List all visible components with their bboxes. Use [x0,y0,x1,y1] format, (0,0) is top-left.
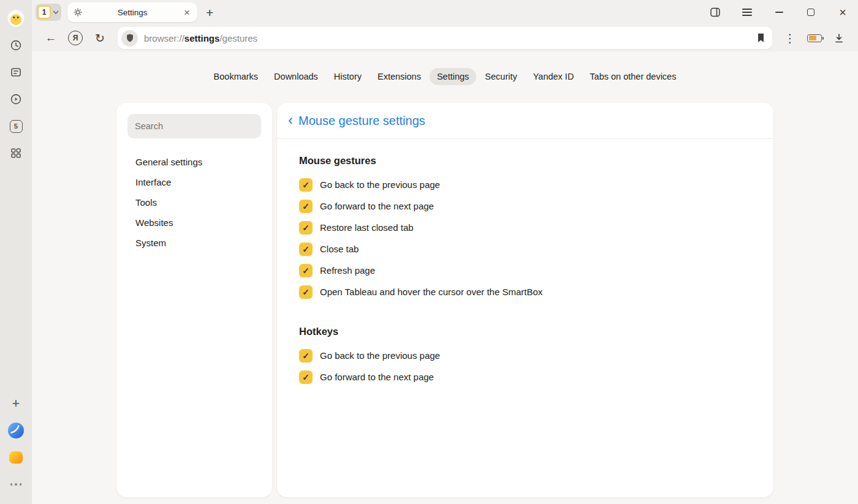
ellipsis-icon [10,483,22,486]
gesture-row-restore-tab[interactable]: ✓ Restore last closed tab [299,217,751,238]
apps-grid-icon[interactable] [6,143,26,163]
nav-downloads[interactable]: Downloads [267,68,325,85]
nav-extensions[interactable]: Extensions [370,68,428,85]
tab-counter-badge[interactable]: 5 [6,116,26,136]
refresh-icon: ↻ [95,31,105,45]
rail-more-icon[interactable] [6,475,26,494]
profile-avatar[interactable] [6,9,26,28]
chevron-down-icon [53,10,59,14]
left-rail: 5 + [0,0,32,504]
nav-yandex-id[interactable]: Yandex ID [526,68,582,85]
section-heading: Hotkeys [299,326,751,337]
checkbox-checked[interactable]: ✓ [299,200,313,213]
url-host: settings [184,33,220,43]
tab-group-chip[interactable]: 1 [36,4,61,21]
window-controls: × [708,6,849,19]
checkbox-checked[interactable]: ✓ [299,370,313,384]
check-icon: ✓ [302,244,309,254]
checkbox-checked[interactable]: ✓ [299,178,313,192]
avatar-image [7,10,25,27]
orange-app-logo [8,449,24,465]
maximize-button[interactable] [804,6,818,19]
settings-page: Bookmarks Downloads History Extensions S… [32,51,858,504]
checkbox-checked[interactable]: ✓ [299,349,313,363]
nav-tabs-other-devices[interactable]: Tabs on other devices [582,68,683,85]
check-icon: ✓ [302,351,309,361]
refresh-button[interactable]: ↻ [89,28,110,48]
check-icon: ✓ [302,266,309,276]
bookmark-icon [757,33,765,43]
hotkey-label: Go forward to the next page [320,372,434,382]
gesture-label: Go back to the previous page [320,179,440,190]
minimize-button[interactable] [772,6,786,19]
protect-shield-badge[interactable] [121,30,138,47]
tab-settings[interactable]: Settings × [67,2,197,22]
close-icon: × [839,6,846,18]
feed-icon[interactable] [6,62,26,82]
gesture-row-close-tab[interactable]: ✓ Close tab [299,238,751,260]
sidebar-item-general-settings[interactable]: General settings [127,152,261,172]
checkbox-checked[interactable]: ✓ [299,243,313,256]
checkbox-checked[interactable]: ✓ [299,285,313,299]
panel-body: Mouse gestures ✓ Go back to the previous… [277,139,773,404]
video-icon[interactable] [6,89,26,109]
nav-settings[interactable]: Settings [430,68,476,85]
menu-icon[interactable] [740,6,754,19]
back-chevron-icon[interactable]: ‹ [288,113,293,129]
browser-logo [7,422,25,439]
settings-top-nav: Bookmarks Downloads History Extensions S… [32,51,858,85]
sidebar-item-tools[interactable]: Tools [127,192,261,213]
section-heading: Mouse gestures [299,155,751,167]
back-button[interactable]: ← [40,28,61,48]
battery-icon [807,34,822,42]
gesture-row-open-tableau[interactable]: ✓ Open Tableau and hover the cursor over… [299,281,751,303]
mail-app-icon[interactable] [6,448,26,467]
browser-toolbar: ← Я ↻ browser://settings/gestures ⋮ [32,24,858,51]
new-tab-button[interactable]: + [206,6,213,19]
search-input[interactable] [127,114,261,138]
bookmark-flag-button[interactable] [757,33,765,43]
tab-bar: 1 Settings × + × [32,0,858,24]
gesture-label: Close tab [320,244,359,254]
gear-icon [74,8,82,17]
panel-header: ‹ Mouse gesture settings [277,103,773,139]
shield-icon [126,34,134,42]
browser-window: 5 + [0,0,858,504]
checkbox-checked[interactable]: ✓ [299,264,313,277]
nav-history[interactable]: History [327,68,369,85]
downloads-button[interactable] [829,28,849,48]
url-text: browser://settings/gestures [144,33,257,43]
tab-close-icon[interactable]: × [183,7,191,18]
battery-saver-button[interactable] [804,28,825,48]
section-hotkeys: Hotkeys ✓ Go back to the previous page ✓… [299,326,751,388]
gesture-row-refresh-page[interactable]: ✓ Refresh page [299,260,751,281]
check-icon: ✓ [302,201,309,211]
gesture-row-go-forward[interactable]: ✓ Go forward to the next page [299,195,751,217]
nav-security[interactable]: Security [477,68,524,85]
download-icon [834,33,844,43]
checkbox-checked[interactable]: ✓ [299,221,313,235]
rail-add-icon[interactable]: + [6,394,26,413]
sidebar-item-websites[interactable]: Websites [127,213,261,233]
side-panel-icon[interactable] [708,6,722,19]
hamburger-icon [742,9,752,16]
history-icon[interactable] [6,36,26,55]
address-bar[interactable]: browser://settings/gestures [118,27,772,49]
hotkey-row-go-forward[interactable]: ✓ Go forward to the next page [299,366,751,388]
hotkey-row-go-back[interactable]: ✓ Go back to the previous page [299,345,751,366]
toolbar-more-button[interactable]: ⋮ [780,28,800,48]
sidebar-item-system[interactable]: System [127,233,261,253]
close-button[interactable]: × [836,6,849,19]
plus-icon: + [12,397,20,410]
browser-logo-icon[interactable] [6,421,26,440]
nav-bookmarks[interactable]: Bookmarks [207,68,266,85]
gesture-row-go-back[interactable]: ✓ Go back to the previous page [299,174,751,195]
gesture-label: Open Tableau and hover the cursor over t… [320,287,542,297]
tab-count: 5 [10,120,23,133]
sidebar-item-interface[interactable]: Interface [127,172,261,192]
url-path: /gestures [219,33,257,43]
page-title[interactable]: Mouse gesture settings [298,114,425,128]
settings-section-list: General settings Interface Tools Website… [127,152,261,253]
tab-group-label: 1 [37,6,51,19]
yandex-home-button[interactable]: Я [65,28,86,48]
